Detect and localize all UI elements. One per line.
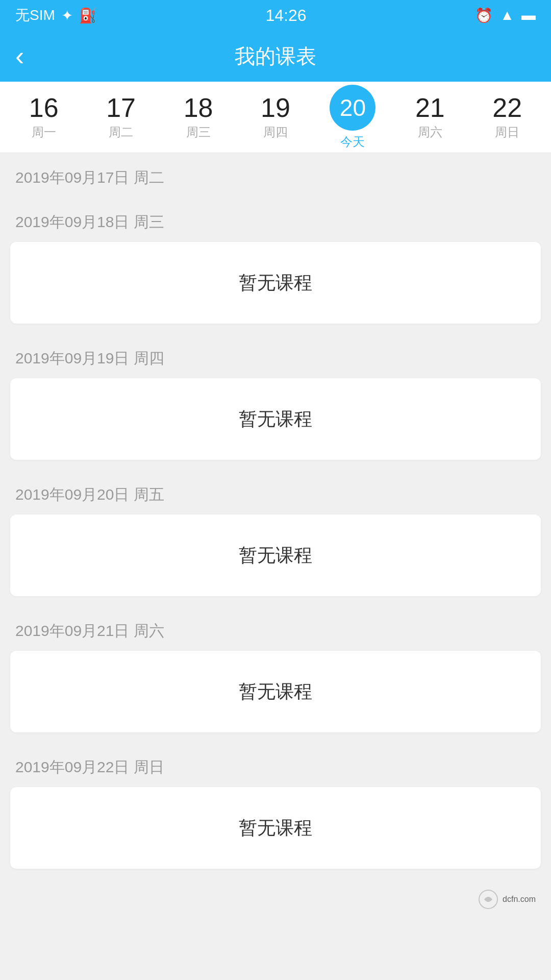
wifi-icon: ▲ xyxy=(500,7,514,23)
day-item-6[interactable]: 22周日 xyxy=(474,94,540,140)
back-button[interactable]: ‹ xyxy=(15,43,24,69)
day-section-header-1: 2019年09月18日 周三 xyxy=(0,198,551,242)
course-empty-text-1-0: 暂无课程 xyxy=(239,271,312,296)
day-label-6: 周日 xyxy=(495,124,519,140)
battery-icon: ▬ xyxy=(521,7,536,23)
page-title: 我的课表 xyxy=(235,42,316,70)
day-section-0: 2019年09月17日 周二 xyxy=(0,153,551,198)
status-right: ⏰ ▲ ▬ xyxy=(475,7,536,24)
status-left: 无SIM ✦ ⛽ xyxy=(15,6,97,25)
day-num-0: 16 xyxy=(29,94,59,121)
day-item-5[interactable]: 21周六 xyxy=(397,94,463,140)
course-empty-text-3-0: 暂无课程 xyxy=(239,543,312,568)
footer-logo-icon xyxy=(478,889,498,910)
day-label-2: 周三 xyxy=(186,124,211,140)
day-section-header-2: 2019年09月19日 周四 xyxy=(0,334,551,378)
footer-logo: dcfn.com xyxy=(478,889,536,910)
week-strip: 16周一17周二18周三19周四20今天21周六22周日 xyxy=(0,82,551,153)
usb-icon: ✦ xyxy=(61,7,73,24)
course-empty-text-5-0: 暂无课程 xyxy=(239,816,312,841)
extra-icon: ⛽ xyxy=(79,7,97,24)
sim-label: 无SIM xyxy=(15,6,55,25)
navbar: ‹ 我的课表 xyxy=(0,31,551,82)
day-num-today: 20 xyxy=(330,85,375,131)
day-section-header-3: 2019年09月20日 周五 xyxy=(0,470,551,514)
day-label-0: 周一 xyxy=(32,124,56,140)
footer-watermark-text: dcfn.com xyxy=(503,895,536,904)
day-section-2: 2019年09月19日 周四暂无课程 xyxy=(0,334,551,460)
clock-icon: ⏰ xyxy=(475,7,493,24)
day-item-4[interactable]: 20今天 xyxy=(319,85,386,150)
day-label-1: 周二 xyxy=(109,124,133,140)
course-card-4-0: 暂无课程 xyxy=(10,651,541,732)
day-label-5: 周六 xyxy=(418,124,442,140)
status-bar: 无SIM ✦ ⛽ 14:26 ⏰ ▲ ▬ xyxy=(0,0,551,31)
course-empty-text-4-0: 暂无课程 xyxy=(239,679,312,704)
day-num-2: 18 xyxy=(184,94,213,121)
day-item-1[interactable]: 17周二 xyxy=(88,94,154,140)
day-num-5: 21 xyxy=(415,94,445,121)
day-item-2[interactable]: 18周三 xyxy=(165,94,232,140)
day-section-header-5: 2019年09月22日 周日 xyxy=(0,743,551,787)
day-label-3: 周四 xyxy=(263,124,288,140)
day-item-0[interactable]: 16周一 xyxy=(11,94,77,140)
day-section-3: 2019年09月20日 周五暂无课程 xyxy=(0,470,551,596)
day-num-3: 19 xyxy=(261,94,290,121)
day-num-6: 22 xyxy=(492,94,522,121)
day-section-4: 2019年09月21日 周六暂无课程 xyxy=(0,606,551,732)
day-num-1: 17 xyxy=(106,94,136,121)
status-time: 14:26 xyxy=(265,6,306,25)
course-card-1-0: 暂无课程 xyxy=(10,242,541,324)
course-card-5-0: 暂无课程 xyxy=(10,787,541,869)
day-item-3[interactable]: 19周四 xyxy=(242,94,309,140)
course-card-3-0: 暂无课程 xyxy=(10,514,541,596)
footer: dcfn.com xyxy=(0,879,551,920)
content-area: 2019年09月17日 周二2019年09月18日 周三暂无课程2019年09月… xyxy=(0,153,551,869)
course-card-2-0: 暂无课程 xyxy=(10,378,541,460)
day-section-header-0: 2019年09月17日 周二 xyxy=(0,153,551,198)
day-label-4: 今天 xyxy=(340,134,365,150)
day-section-1: 2019年09月18日 周三暂无课程 xyxy=(0,198,551,324)
day-section-5: 2019年09月22日 周日暂无课程 xyxy=(0,743,551,869)
course-empty-text-2-0: 暂无课程 xyxy=(239,407,312,432)
day-section-header-4: 2019年09月21日 周六 xyxy=(0,606,551,651)
